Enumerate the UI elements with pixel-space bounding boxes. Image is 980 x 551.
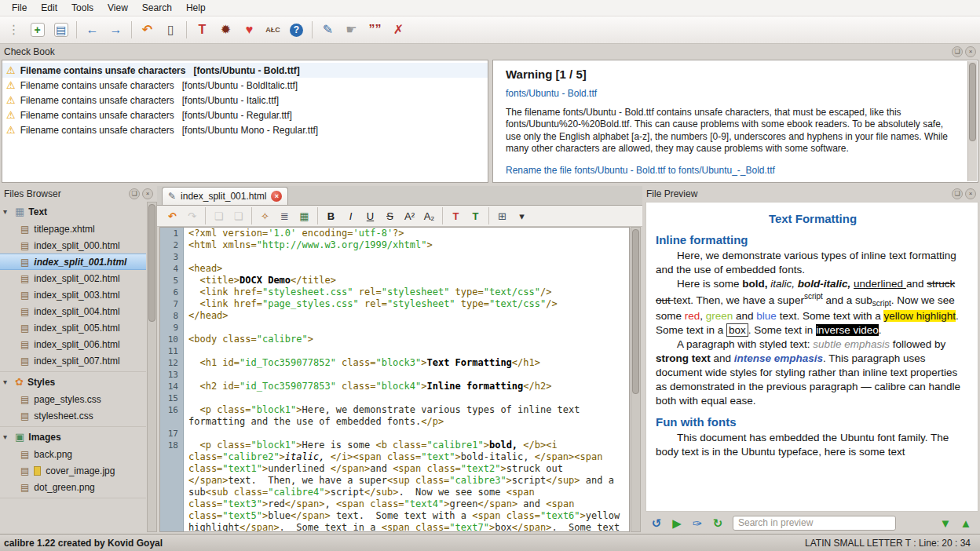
code-line[interactable]: 18 <p class="block1">Here is some <b cla… <box>160 440 629 532</box>
change-case-button[interactable]: AŁC <box>262 20 283 41</box>
find-prev-button[interactable]: ▲ <box>956 513 975 532</box>
code-line[interactable]: 14 <h2 id="id_Toc359077853" class="block… <box>160 381 629 392</box>
code-line[interactable]: 2<html xmlns="http://www.w3.org/1999/xht… <box>160 239 629 251</box>
code-line[interactable]: 4<head> <box>160 263 629 275</box>
code-line[interactable]: 6 <link href="stylesheet.css" rel="style… <box>160 286 629 298</box>
insert-image-button[interactable]: ▦ <box>295 207 313 224</box>
strikethrough-button[interactable]: S <box>381 207 399 224</box>
beautify-file-button[interactable]: ✧ <box>256 207 274 224</box>
warning-file-link[interactable]: fonts/Ubuntu - Bold.ttf <box>506 88 960 99</box>
preview-search-input[interactable] <box>733 516 896 531</box>
file-item[interactable]: ▤index_split_002.html <box>0 270 146 286</box>
chevron-down-icon[interactable]: ▾ <box>3 378 11 386</box>
editor-scrollbar[interactable] <box>631 227 641 532</box>
code-editor[interactable]: 1<?xml version='1.0' encoding='utf-8'?>2… <box>159 227 630 532</box>
menu-help[interactable]: Help <box>179 1 213 15</box>
insert-tag-button[interactable]: ≣ <box>276 207 294 224</box>
more-options-button[interactable]: ▾ <box>513 207 531 224</box>
background-color-button[interactable]: T <box>466 207 485 224</box>
tab-index-split-001[interactable]: ✎ index_split_001.html × <box>162 187 288 205</box>
code-line[interactable]: 10<body class="calibre"> <box>160 334 629 345</box>
warning-rename-link[interactable]: Rename the file fonts/Ubuntu - Bold.ttf … <box>506 165 960 176</box>
underline-button[interactable]: U <box>361 207 379 224</box>
italic-button[interactable]: I <box>342 207 360 224</box>
close-panel-button[interactable]: × <box>965 188 976 199</box>
file-item[interactable]: ▤stylesheet.css <box>0 407 146 424</box>
warning-row[interactable]: ⚠Filename contains unsafe characters[fon… <box>2 63 488 78</box>
toolbar-handle[interactable]: ⋮ <box>3 20 24 41</box>
back-button[interactable]: ← <box>82 20 103 41</box>
forward-button[interactable]: → <box>105 20 126 41</box>
chevron-down-icon[interactable]: ▾ <box>3 432 11 441</box>
scrollbar-thumb[interactable] <box>969 63 976 141</box>
warning-row[interactable]: ⚠Filename contains unsafe characters[fon… <box>2 93 488 108</box>
section-row-text[interactable]: ▾▦Text <box>0 203 146 221</box>
chevron-down-icon[interactable]: ▾ <box>3 207 11 216</box>
file-item[interactable]: ▤index_split_000.html <box>0 237 146 254</box>
auto-reload-button[interactable]: ↺ <box>647 513 666 532</box>
code-line[interactable]: 12 <h1 id="id_Toc359077852" class="block… <box>160 357 629 369</box>
superscript-button[interactable]: A² <box>400 207 419 224</box>
menu-file[interactable]: File <box>5 1 34 15</box>
subscript-button[interactable]: A₂ <box>420 207 438 224</box>
file-item[interactable]: ▤index_split_006.html <box>0 336 146 352</box>
find-next-button[interactable]: ▼ <box>936 513 955 532</box>
menu-search[interactable]: Search <box>135 1 179 15</box>
code-line[interactable]: 5 <title>DOCX Demo</title> <box>160 275 629 286</box>
menu-view[interactable]: View <box>101 1 135 15</box>
warning-row[interactable]: ⚠Filename contains unsafe characters[fon… <box>2 78 488 93</box>
undo-revert-button[interactable]: ↶ <box>137 20 158 41</box>
file-item[interactable]: ▤titlepage.xhtml <box>0 221 146 237</box>
close-tab-icon[interactable]: × <box>271 191 282 202</box>
scrollbar-thumb[interactable] <box>632 229 639 394</box>
file-item[interactable]: ▤cover_image.jpg <box>0 462 146 479</box>
code-line[interactable]: 9 <box>160 322 629 334</box>
text-color-button[interactable]: T <box>447 207 465 224</box>
code-line[interactable]: 1<?xml version='1.0' encoding='utf-8'?> <box>160 228 629 239</box>
file-item[interactable]: ▤index_split_005.html <box>0 319 146 336</box>
warning-detail-scrollbar[interactable] <box>967 61 977 181</box>
menu-edit[interactable]: Edit <box>34 1 64 15</box>
menu-tools[interactable]: Tools <box>64 1 101 15</box>
file-item[interactable]: ▤index_split_001.html <box>0 254 146 270</box>
close-panel-button[interactable]: × <box>965 46 976 57</box>
embed-fonts-button[interactable]: T <box>192 20 213 41</box>
smarten-punctuation-button[interactable]: ”” <box>364 20 386 41</box>
float-panel-button[interactable]: ❏ <box>952 46 963 57</box>
file-item[interactable]: ▤index_split_003.html <box>0 286 146 303</box>
file-item[interactable]: ▤page_styles.css <box>0 391 146 407</box>
new-file-button[interactable]: + <box>27 20 48 41</box>
files-tree-scrollbar[interactable] <box>147 202 157 532</box>
undo-button[interactable]: ↶ <box>163 207 181 224</box>
code-line[interactable]: 15 <box>160 392 629 404</box>
file-item[interactable]: ▤back.png <box>0 446 146 462</box>
bold-button[interactable]: B <box>322 207 340 224</box>
code-line[interactable]: 11 <box>160 345 629 357</box>
render-preview-button[interactable]: ▶ <box>667 513 686 532</box>
open-book-button[interactable]: ▤ <box>50 20 71 41</box>
code-line[interactable]: 8</head> <box>160 310 629 322</box>
code-line[interactable]: 16 <p class="block1">Here, we demonstrat… <box>160 404 629 428</box>
donate-button[interactable]: ♥ <box>239 20 260 41</box>
code-line[interactable]: 7 <link href="page_styles.css" rel="styl… <box>160 298 629 310</box>
remove-unused-css-button[interactable]: ✗ <box>388 20 409 41</box>
beautify-button[interactable]: ✎ <box>317 20 338 41</box>
file-item[interactable]: ▤index_split_004.html <box>0 303 146 319</box>
check-book-button[interactable]: ✹ <box>215 20 236 41</box>
insert-special-button[interactable]: ☛ <box>341 20 362 41</box>
warning-row[interactable]: ⚠Filename contains unsafe characters[fon… <box>2 122 488 137</box>
code-line[interactable]: 13 <box>160 369 629 381</box>
float-panel-button[interactable]: ❏ <box>952 188 963 199</box>
device-preview-button[interactable]: ▯ <box>160 20 181 41</box>
file-item[interactable]: ▤dot_green.png <box>0 479 146 495</box>
section-row-styles[interactable]: ▾✿Styles <box>0 373 146 391</box>
insert-table-button[interactable]: ⊞ <box>493 207 511 224</box>
sync-preview-button[interactable]: ✑ <box>688 513 707 532</box>
help-button[interactable]: ? <box>286 20 307 41</box>
code-line[interactable]: 17 <box>160 428 629 440</box>
float-panel-button[interactable]: ❏ <box>129 188 140 199</box>
warning-row[interactable]: ⚠Filename contains unsafe characters[fon… <box>2 108 488 122</box>
file-item[interactable]: ▤index_split_007.html <box>0 352 146 369</box>
section-row-images[interactable]: ▾▣Images <box>0 428 146 446</box>
code-line[interactable]: 3 <box>160 251 629 263</box>
